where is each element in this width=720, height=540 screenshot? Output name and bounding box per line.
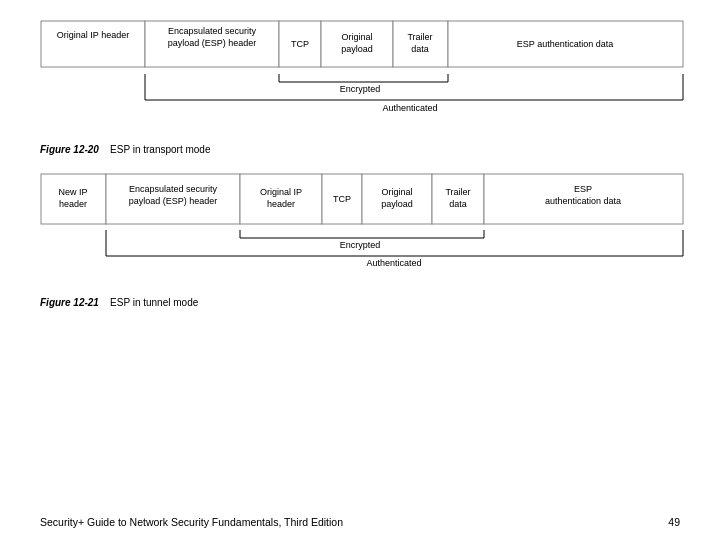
svg-text:payload (ESP) header: payload (ESP) header [168,38,257,48]
diagram-20: Original IP header Encapsulated security… [40,20,685,140]
svg-text:Authenticated: Authenticated [366,258,421,268]
svg-text:Encrypted: Encrypted [340,84,381,94]
svg-text:New IP: New IP [58,187,87,197]
svg-text:ESP: ESP [574,184,592,194]
svg-text:Trailer: Trailer [445,187,470,197]
diagram-21: New IP header Encapsulated security payl… [40,173,685,293]
figure-20-label: Figure 12-20 ESP in transport mode [40,144,680,155]
footer-page-number: 49 [668,516,680,528]
svg-text:header: header [59,199,87,209]
svg-text:Original IP header: Original IP header [57,30,129,40]
svg-text:payload: payload [341,44,373,54]
svg-text:Original: Original [341,32,372,42]
svg-rect-0 [41,21,145,67]
figure-21-text: ESP in tunnel mode [110,297,198,308]
svg-text:Encapsulated security: Encapsulated security [168,26,257,36]
svg-text:TCP: TCP [291,39,309,49]
svg-text:Original: Original [381,187,412,197]
figure-20-text: ESP in transport mode [110,144,210,155]
footer-left: Security+ Guide to Network Security Fund… [40,516,343,528]
svg-text:data: data [411,44,429,54]
svg-text:Trailer: Trailer [407,32,432,42]
figure-20: Original IP header Encapsulated security… [40,20,680,155]
figure-20-num: Figure 12-20 [40,144,99,155]
footer: Security+ Guide to Network Security Fund… [40,516,680,528]
svg-text:payload: payload [381,199,413,209]
svg-text:authentication data: authentication data [545,196,621,206]
svg-text:Authenticated: Authenticated [382,103,437,113]
svg-text:Original IP: Original IP [260,187,302,197]
svg-text:Encrypted: Encrypted [340,240,381,250]
figure-21-label: Figure 12-21 ESP in tunnel mode [40,297,680,308]
svg-text:ESP authentication data: ESP authentication data [517,39,613,49]
svg-text:header: header [267,199,295,209]
svg-text:data: data [449,199,467,209]
svg-text:payload (ESP) header: payload (ESP) header [129,196,218,206]
figure-21-num: Figure 12-21 [40,297,99,308]
svg-text:Encapsulated security: Encapsulated security [129,184,218,194]
svg-text:TCP: TCP [333,194,351,204]
figure-21: New IP header Encapsulated security payl… [40,173,680,308]
